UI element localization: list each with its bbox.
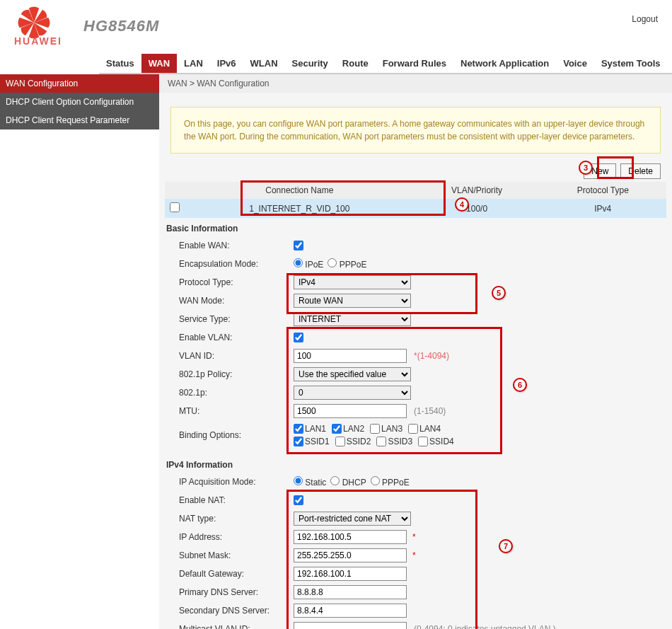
- wan-mode-select[interactable]: Route WAN: [294, 294, 411, 308]
- top-nav: Status WAN LAN IPv6 WLAN Security Route …: [99, 54, 672, 74]
- binding-ssid4[interactable]: [418, 437, 428, 446]
- encap-pppoe-label: PPPoE: [340, 260, 367, 270]
- label-wan-mode: WAN Mode:: [166, 296, 294, 306]
- section-ipv4-info: IPv4 Information: [159, 457, 672, 473]
- label-enable-wan: Enable WAN:: [166, 241, 294, 250]
- logo-block: HUAWEI: [14, 6, 62, 47]
- tab-network-application[interactable]: Network Application: [453, 54, 556, 73]
- cell-connection-name: 1_INTERNET_R_VID_100: [185, 199, 415, 218]
- ip-dhcp-radio[interactable]: [330, 476, 340, 485]
- binding-ssid2[interactable]: [335, 437, 345, 446]
- ip-pppoe-label: PPPoE: [382, 478, 410, 487]
- label-mtu: MTU:: [166, 406, 294, 416]
- binding-lan4[interactable]: [408, 424, 418, 434]
- tab-route[interactable]: Route: [335, 54, 376, 73]
- label-8021p: 802.1p:: [166, 388, 294, 398]
- tab-forward-rules[interactable]: Forward Rules: [376, 54, 453, 73]
- binding-lan3[interactable]: [370, 424, 380, 434]
- multicast-vlan-input[interactable]: [294, 622, 407, 629]
- label-nat-type: NAT type:: [166, 514, 294, 524]
- label-gateway: Default Gateway:: [166, 569, 294, 579]
- tab-wlan[interactable]: WLAN: [243, 54, 285, 73]
- cell-vlan: 100/0: [415, 199, 540, 218]
- encap-ipoe-radio[interactable]: [294, 258, 303, 267]
- label-binding: Binding Options:: [166, 430, 294, 440]
- connection-table: Connection Name VLAN/Priority Protocol T…: [165, 182, 666, 218]
- multicast-vlan-hint: (0-4094; 0 indicates untagged VLAN.): [414, 624, 556, 629]
- sidebar-item-dhcp-option[interactable]: DHCP Client Option Configuration: [0, 93, 159, 111]
- encap-ipoe-label: IPoE: [305, 260, 323, 270]
- tab-system-tools[interactable]: System Tools: [594, 54, 668, 73]
- enable-nat-checkbox[interactable]: [294, 495, 303, 505]
- tab-ipv6[interactable]: IPv6: [210, 54, 243, 73]
- callout-5: 5: [492, 286, 506, 300]
- label-vlan-id: VLAN ID:: [166, 351, 294, 361]
- info-box: On this page, you can configure WAN port…: [170, 107, 661, 154]
- label-proto-type: Protocol Type:: [166, 277, 294, 287]
- callout-6: 6: [513, 378, 527, 392]
- mtu-hint: (1-1540): [414, 406, 446, 416]
- nat-type-select[interactable]: Port-restricted cone NAT: [294, 512, 411, 526]
- binding-lan1[interactable]: [294, 424, 303, 434]
- service-type-select[interactable]: INTERNET: [294, 312, 411, 326]
- proto-type-select[interactable]: IPv4: [294, 275, 411, 289]
- binding-ssid1[interactable]: [294, 437, 303, 446]
- table-actions: 3 New Delete: [159, 161, 672, 182]
- ip-static-label: Static: [305, 478, 326, 487]
- sidebar: WAN Configuration DHCP Client Option Con…: [0, 74, 159, 629]
- model-title: HG8546M: [83, 17, 159, 35]
- label-subnet: Subnet Mask:: [166, 550, 294, 560]
- col-protocol-type: Protocol Type: [540, 182, 666, 199]
- mtu-input[interactable]: [294, 404, 407, 418]
- enable-wan-checkbox[interactable]: [294, 241, 303, 250]
- binding-ssid3[interactable]: [376, 437, 386, 446]
- label-multicast-vlan: Multicast VLAN ID:: [166, 624, 294, 629]
- callout-7: 7: [499, 539, 513, 553]
- col-vlan-priority: VLAN/Priority: [415, 182, 540, 199]
- primary-dns-input[interactable]: [294, 585, 407, 599]
- tab-lan[interactable]: LAN: [177, 54, 210, 73]
- required-star-icon: *: [412, 532, 416, 542]
- ip-address-input[interactable]: [294, 530, 407, 544]
- col-connection-name: Connection Name: [185, 182, 415, 199]
- 8021p-policy-select[interactable]: Use the specified value: [294, 367, 411, 381]
- ip-static-radio[interactable]: [294, 476, 303, 485]
- label-enable-vlan: Enable VLAN:: [166, 333, 294, 342]
- sidebar-item-dhcp-request[interactable]: DHCP Client Request Parameter: [0, 111, 159, 129]
- tab-security[interactable]: Security: [285, 54, 335, 73]
- label-service-type: Service Type:: [166, 314, 294, 324]
- callout-3: 3: [579, 161, 593, 175]
- secondary-dns-input[interactable]: [294, 604, 407, 618]
- binding-lan2[interactable]: [332, 424, 342, 434]
- enable-vlan-checkbox[interactable]: [294, 333, 303, 342]
- vlan-id-input[interactable]: [294, 349, 407, 363]
- label-enable-nat: Enable NAT:: [166, 495, 294, 505]
- header: HUAWEI HG8546M Logout: [0, 0, 672, 47]
- encap-pppoe-radio[interactable]: [328, 258, 337, 267]
- huawei-logo-icon: [17, 6, 51, 40]
- cell-proto: IPv4: [540, 199, 666, 218]
- ip-dhcp-label: DHCP: [342, 478, 366, 487]
- sidebar-item-wan-config[interactable]: WAN Configuration: [0, 74, 159, 93]
- label-primary-dns: Primary DNS Server:: [166, 587, 294, 597]
- row-select-checkbox[interactable]: [170, 202, 180, 212]
- delete-button[interactable]: Delete: [620, 163, 661, 179]
- label-ip-address: IP Address:: [166, 532, 294, 542]
- section-basic-info: Basic Information: [159, 221, 672, 236]
- content-area: WAN > WAN Configuration On this page, yo…: [159, 74, 672, 629]
- 8021p-select[interactable]: 0: [294, 386, 411, 400]
- table-row[interactable]: 1_INTERNET_R_VID_100 100/0 IPv4: [165, 199, 666, 218]
- vlan-id-hint: *(1-4094): [414, 351, 449, 361]
- tab-wan[interactable]: WAN: [141, 54, 177, 73]
- subnet-input[interactable]: [294, 548, 407, 562]
- gateway-input[interactable]: [294, 567, 407, 581]
- label-secondary-dns: Secondary DNS Server:: [166, 606, 294, 616]
- required-star-icon: *: [412, 550, 416, 560]
- logout-link[interactable]: Logout: [632, 14, 658, 24]
- tab-status[interactable]: Status: [99, 54, 141, 73]
- ip-pppoe-radio[interactable]: [371, 476, 380, 485]
- label-ip-acq: IP Acquisition Mode:: [166, 477, 294, 487]
- tab-voice[interactable]: Voice: [556, 54, 594, 73]
- label-8021p-policy: 802.1p Policy:: [166, 369, 294, 379]
- callout-4: 4: [455, 197, 469, 212]
